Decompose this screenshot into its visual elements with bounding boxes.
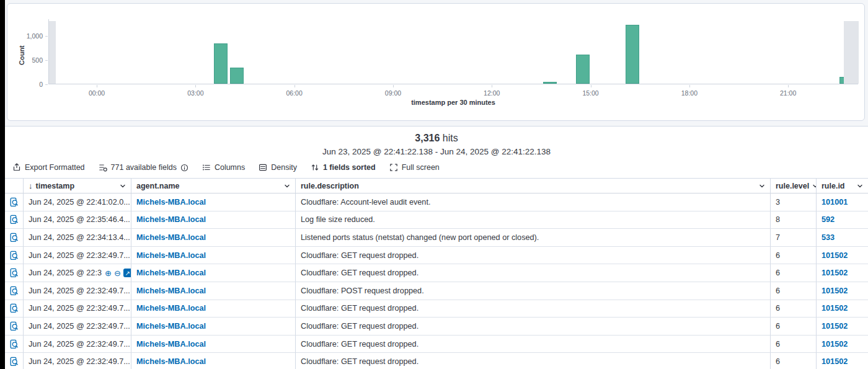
histogram-partial-bucket-bar[interactable] [49,21,56,84]
cell-timestamp[interactable]: Jun 24, 2025 @ 22:3⊕⊖↗ [24,264,131,282]
agent-name-link[interactable]: Michels-MBA.local [136,215,206,224]
column-header-rule-id[interactable]: rule.id [817,178,868,193]
agent-name-link[interactable]: Michels-MBA.local [136,304,206,313]
cell-timestamp[interactable]: Jun 24, 2025 @ 22:32:49.7... [24,336,131,353]
cell-agent-name[interactable]: Michels-MBA.local [131,229,296,247]
cell-rule-id[interactable]: 101502 [817,282,868,300]
toolbar-button-1-fields-sorted[interactable]: 1 fields sorted [311,163,376,172]
cell-agent-name[interactable]: Michels-MBA.local [131,282,296,300]
cell-rule-id[interactable]: 101502 [817,353,868,369]
histogram-bar[interactable] [543,82,557,84]
rule-id-link[interactable]: 592 [822,215,835,224]
chevron-down-icon[interactable] [759,183,765,189]
column-header-agent-name[interactable]: agent.name [131,178,296,193]
rule-id-link[interactable]: 101502 [822,357,848,366]
cell-rule-level[interactable]: 6 [771,300,817,318]
agent-name-link[interactable]: Michels-MBA.local [136,340,206,349]
cell-timestamp[interactable]: Jun 24, 2025 @ 22:35:46.4... [24,211,131,229]
rule-id-link[interactable]: 101502 [822,269,848,277]
cell-agent-name[interactable]: Michels-MBA.local [131,336,296,353]
cell-rule-level[interactable]: 6 [771,247,817,265]
filter-for-icon[interactable]: ⊕ [105,269,112,277]
inspect-document-button[interactable] [9,268,19,278]
cell-rule-level[interactable]: 6 [771,282,817,300]
cell-rule-description[interactable]: Listened ports status (netstat) changed … [296,229,771,247]
column-header-rule-description[interactable]: rule.description [296,178,771,193]
inspect-document-button[interactable] [9,339,19,349]
cell-agent-name[interactable]: Michels-MBA.local [131,353,296,369]
cell-rule-level[interactable]: 3 [771,193,817,211]
cell-rule-id[interactable]: 101502 [817,318,868,336]
cell-rule-level[interactable]: 8 [771,211,817,229]
agent-name-link[interactable]: Michels-MBA.local [136,269,206,277]
expand-detail-icon[interactable]: ↗ [123,269,131,277]
chevron-down-icon[interactable] [857,183,863,189]
cell-rule-description[interactable]: Cloudflare: GET request dropped. [296,247,771,265]
toolbar-button-export-formatted[interactable]: Export Formatted [12,163,85,172]
cell-timestamp[interactable]: Jun 24, 2025 @ 22:41:02.0... [24,193,131,211]
cell-rule-description[interactable]: Cloudflare: GET request dropped. [296,318,771,336]
cell-rule-id[interactable]: 592 [817,211,868,229]
chevron-down-icon[interactable] [120,183,126,189]
histogram-bar[interactable] [576,55,590,84]
histogram-bar[interactable] [230,68,244,84]
column-menu-button[interactable] [120,183,126,189]
chevron-down-icon[interactable] [812,183,817,189]
cell-rule-id[interactable]: 533 [817,229,868,247]
agent-name-link[interactable]: Michels-MBA.local [136,287,206,295]
cell-timestamp[interactable]: Jun 24, 2025 @ 22:32:49.7... [24,282,131,300]
column-menu-button[interactable] [284,183,290,189]
cell-agent-name[interactable]: Michels-MBA.local [131,300,296,318]
toolbar-button-columns[interactable]: Columns [202,163,245,172]
chevron-down-icon[interactable] [284,183,290,189]
cell-rule-id[interactable]: 101502 [817,247,868,265]
toolbar-button-771-available-fields[interactable]: 771 available fields [99,163,188,172]
rule-id-link[interactable]: 101502 [822,287,848,295]
agent-name-link[interactable]: Michels-MBA.local [136,357,206,366]
agent-name-link[interactable]: Michels-MBA.local [136,251,206,260]
cell-timestamp[interactable]: Jun 24, 2025 @ 22:32:49.7... [24,300,131,318]
histogram-bar[interactable] [214,43,228,84]
agent-name-link[interactable]: Michels-MBA.local [136,233,206,242]
rule-id-link[interactable]: 101502 [822,340,848,349]
cell-rule-description[interactable]: Cloudflare: Account-level audit event. [296,193,771,211]
cell-timestamp[interactable]: Jun 24, 2025 @ 22:32:49.7... [24,247,131,265]
cell-agent-name[interactable]: Michels-MBA.local [131,247,296,265]
agent-name-link[interactable]: Michels-MBA.local [136,198,206,207]
rule-id-link[interactable]: 101502 [822,251,848,260]
cell-rule-description[interactable]: Cloudflare: GET request dropped. [296,336,771,353]
column-menu-button[interactable] [857,183,863,189]
filter-out-icon[interactable]: ⊖ [114,269,121,277]
cell-rule-level[interactable]: 6 [771,264,817,282]
cell-rule-id[interactable]: 101502 [817,264,868,282]
cell-agent-name[interactable]: Michels-MBA.local [131,211,296,229]
cell-timestamp[interactable]: Jun 24, 2025 @ 22:32:49.7... [24,353,131,369]
cell-rule-id[interactable]: 101001 [817,193,868,211]
cell-rule-description[interactable]: Cloudflare: GET request dropped. [296,300,771,318]
inspect-document-button[interactable] [9,251,19,260]
cell-rule-level[interactable]: 6 [771,336,817,353]
histogram-partial-bucket-bar[interactable] [844,21,859,84]
cell-rule-description[interactable]: Log file size reduced. [296,211,771,229]
cell-rule-level[interactable]: 7 [771,229,817,247]
toolbar-button-density[interactable]: Density [259,163,297,172]
inspect-document-button[interactable] [9,215,19,225]
column-header-timestamp[interactable]: ↓timestamp [24,178,131,193]
histogram-bar[interactable] [626,25,639,84]
cell-rule-level[interactable]: 6 [771,318,817,336]
cell-rule-level[interactable]: 6 [771,353,817,369]
rule-id-link[interactable]: 101502 [822,322,848,331]
column-menu-button[interactable] [812,183,817,189]
cell-rule-description[interactable]: Cloudflare: POST request dropped. [296,282,771,300]
cell-rule-id[interactable]: 101502 [817,300,868,318]
cell-agent-name[interactable]: Michels-MBA.local [131,264,296,282]
toolbar-button-full-screen[interactable]: Full screen [389,163,440,172]
rule-id-link[interactable]: 101001 [822,198,848,207]
inspect-document-button[interactable] [9,357,19,367]
inspect-document-button[interactable] [9,303,19,313]
inspect-document-button[interactable] [9,233,19,242]
rule-id-link[interactable]: 101502 [822,304,848,313]
cell-timestamp[interactable]: Jun 24, 2025 @ 22:34:13.4... [24,229,131,247]
cell-rule-description[interactable]: Cloudflare: GET request dropped. [296,264,771,282]
rule-id-link[interactable]: 533 [822,233,835,242]
